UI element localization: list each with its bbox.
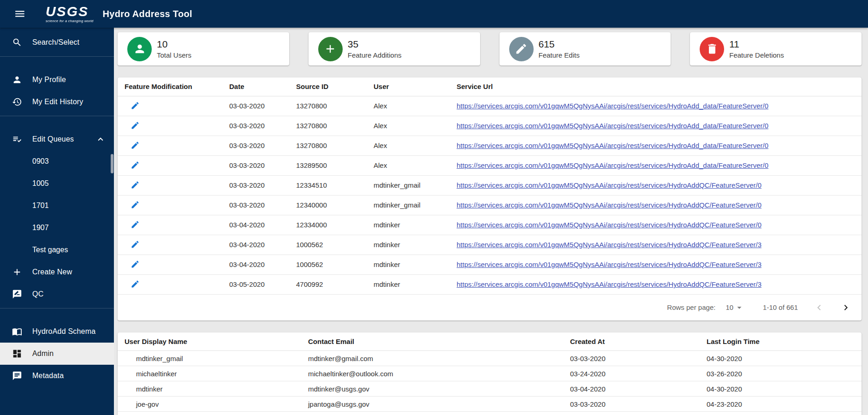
table-row: 03-04-2020 1000562 mdtinker https://serv… — [118, 255, 862, 274]
edit-pencil-icon[interactable] — [131, 160, 141, 171]
table-row: mdtinker mdtinker@usgs.gov 03-04-2020 04… — [118, 381, 862, 397]
chevron-up-icon[interactable] — [95, 134, 106, 144]
trash-icon — [700, 37, 724, 61]
sidebar-queue-0903[interactable]: 0903 — [0, 150, 114, 172]
service-url-link[interactable]: https://services.arcgis.com/v01gqwM5QgNy… — [457, 161, 768, 169]
usgs-logo-text: USGS — [46, 5, 93, 18]
stat-label: Feature Additions — [348, 51, 402, 59]
service-url-link[interactable]: https://services.arcgis.com/v01gqwM5QgNy… — [457, 280, 761, 288]
cell-source-id: 12334000 — [289, 215, 367, 235]
service-url-link[interactable]: https://services.arcgis.com/v01gqwM5QgNy… — [457, 201, 761, 209]
sidebar-queue-1701[interactable]: 1701 — [0, 195, 114, 217]
cell-date: 03-03-2020 — [222, 116, 289, 136]
table-row: joe-gov jpantoga@usgs.gov 03-03-2020 04-… — [118, 397, 862, 412]
pagination-bar: Rows per page: 10 1-10 of 661 — [118, 295, 862, 320]
usgs-logo-tagline: science for a changing world — [46, 19, 93, 23]
table-row: 03-04-2020 1000562 mdtinker https://serv… — [118, 235, 862, 255]
sidebar-queue-test-gages[interactable]: Test gages — [0, 239, 114, 261]
cell-last-login: 04-30-2020 — [700, 412, 862, 415]
sidebar: Search/Select My Profile My Edit History… — [0, 28, 114, 415]
sidebar-item-label: Edit Queues — [32, 135, 74, 143]
service-url-link[interactable]: https://services.arcgis.com/v01gqwM5QgNy… — [457, 142, 768, 149]
edit-pencil-icon[interactable] — [131, 260, 141, 270]
cell-user: mdtinker — [367, 255, 450, 274]
table-row: michaeltinker michaeltinker@outlook.com … — [118, 366, 862, 381]
sidebar-item-edit-queues[interactable]: Edit Queues — [0, 128, 114, 150]
next-page-button[interactable] — [840, 302, 851, 313]
sidebar-item-create-new[interactable]: Create New — [0, 261, 114, 283]
cell-email: jpantoga@gmail.com — [301, 412, 563, 415]
sidebar-item-metadata[interactable]: Metadata — [0, 365, 114, 387]
cell-source-id: 12340000 — [289, 195, 367, 215]
sidebar-queue-1907[interactable]: 1907 — [0, 217, 114, 239]
col-feature-modification: Feature Modification — [118, 77, 222, 96]
sidebar-divider — [0, 56, 114, 57]
search-icon — [12, 37, 22, 47]
edit-pencil-icon[interactable] — [131, 240, 141, 250]
prev-page-button[interactable] — [814, 302, 825, 313]
sidebar-scrollbar-thumb[interactable] — [111, 154, 113, 173]
cell-created: 04-17-2020 — [563, 412, 700, 415]
person-icon — [127, 37, 152, 61]
cell-created: 03-03-2020 — [563, 397, 700, 412]
cell-created: 03-04-2020 — [563, 381, 700, 397]
col-service-url: Service Url — [450, 77, 862, 96]
pagination-range: 1-10 of 661 — [763, 303, 798, 311]
cell-user: Alex — [367, 155, 450, 175]
sidebar-item-qc[interactable]: QC — [0, 283, 114, 305]
rate-review-icon — [12, 289, 22, 299]
edit-pencil-icon[interactable] — [131, 141, 141, 151]
table-row: 03-05-2020 4700992 mdtinker https://serv… — [118, 274, 862, 294]
service-url-link[interactable]: https://services.arcgis.com/v01gqwM5QgNy… — [457, 261, 761, 268]
sidebar-item-my-edit-history[interactable]: My Edit History — [0, 91, 114, 113]
service-url-link[interactable]: https://services.arcgis.com/v01gqwM5QgNy… — [457, 122, 768, 130]
cell-source-id: 4700992 — [289, 274, 367, 294]
rows-per-page-select[interactable]: 10 — [725, 302, 744, 313]
dropdown-arrow-icon — [733, 302, 744, 313]
person-icon — [12, 75, 22, 85]
sidebar-queue-1005[interactable]: 1005 — [0, 172, 114, 195]
cell-last-login: 04-30-2020 — [700, 351, 862, 366]
hamburger-icon — [14, 8, 26, 20]
hamburger-menu-button[interactable] — [12, 6, 28, 22]
service-url-link[interactable]: https://services.arcgis.com/v01gqwM5QgNy… — [457, 221, 761, 229]
edit-pencil-icon[interactable] — [131, 121, 141, 131]
stat-card-feature-additions: 35 Feature Additions — [309, 32, 480, 65]
service-url-link[interactable]: https://services.arcgis.com/v01gqwM5QgNy… — [457, 181, 761, 189]
cell-user: mdtinker_gmail — [367, 175, 450, 195]
col-source-id: Source ID — [289, 77, 367, 96]
pencil-icon — [509, 37, 534, 61]
edit-pencil-icon[interactable] — [131, 220, 141, 230]
edit-pencil-icon[interactable] — [131, 200, 141, 210]
col-user: User — [367, 77, 450, 96]
edit-pencil-icon[interactable] — [131, 279, 141, 290]
plus-icon — [12, 267, 22, 277]
app-title: Hydro Address Tool — [102, 9, 192, 19]
sidebar-item-label: QC — [32, 290, 43, 298]
col-date: Date — [222, 77, 289, 96]
edit-pencil-icon[interactable] — [131, 180, 141, 190]
sidebar-item-my-profile[interactable]: My Profile — [0, 69, 114, 91]
sidebar-item-label: My Edit History — [32, 98, 83, 106]
table-row: 03-04-2020 12334000 mdtinker https://ser… — [118, 215, 862, 235]
cell-date: 03-03-2020 — [222, 175, 289, 195]
edits-table-card: Feature Modification Date Source ID User… — [118, 77, 862, 320]
service-url-link[interactable]: https://services.arcgis.com/v01gqwM5QgNy… — [457, 241, 761, 249]
edit-pencil-icon[interactable] — [131, 101, 141, 111]
sidebar-item-hydroadd-schema[interactable]: HydroAdd Schema — [0, 320, 114, 343]
cell-display-name: joe-gov — [118, 397, 301, 412]
service-url-link[interactable]: https://services.arcgis.com/v01gqwM5QgNy… — [457, 102, 768, 110]
cell-last-login: 04-23-2020 — [700, 397, 862, 412]
sidebar-item-search-select[interactable]: Search/Select — [0, 31, 114, 53]
cell-display-name: joepantoga — [118, 412, 301, 415]
cell-user: mdtinker — [367, 215, 450, 235]
cell-display-name: mdtinker — [118, 381, 301, 397]
col-created-at: Created At — [563, 332, 700, 351]
table-row: 03-03-2020 13270800 Alex https://service… — [118, 96, 862, 116]
cell-email: mdtinker@usgs.gov — [301, 381, 563, 397]
sidebar-item-admin[interactable]: Admin — [0, 343, 114, 365]
cell-date: 03-03-2020 — [222, 96, 289, 116]
table-row: 03-03-2020 13270800 Alex https://service… — [118, 116, 862, 136]
stat-value: 10 — [157, 39, 191, 50]
app-header: USGS science for a changing world Hydro … — [0, 0, 868, 28]
